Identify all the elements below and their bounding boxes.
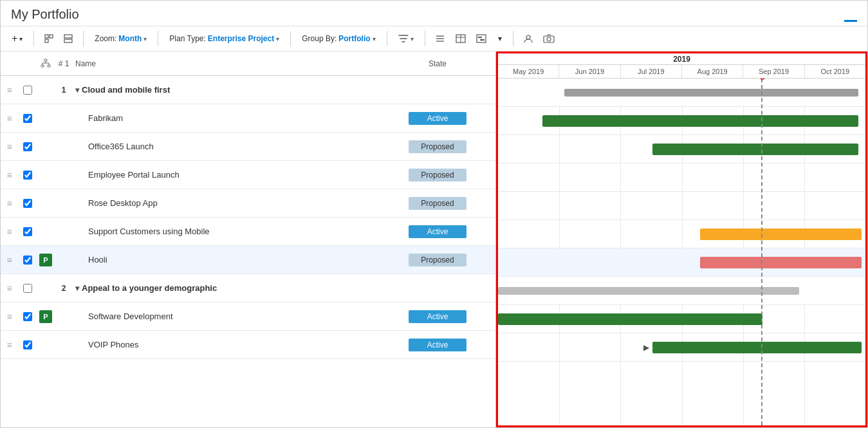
expand-button[interactable]: [41, 30, 57, 47]
status-badge: Proposed: [409, 197, 466, 210]
gantt-row: [498, 192, 865, 220]
left-panel: # 1 Name State ≡1▾Cloud and mobile first…: [1, 51, 496, 427]
row-checkbox[interactable]: [19, 340, 37, 349]
gantt-body: ▶: [498, 79, 865, 425]
gantt-month-cell: Oct 2019: [805, 65, 865, 78]
table-row[interactable]: ≡Rose Desktop AppProposed: [1, 189, 495, 218]
table-view-button[interactable]: [452, 30, 469, 47]
row-state: Proposed: [380, 254, 495, 266]
status-badge: Proposed: [409, 254, 466, 266]
divider-5: [387, 31, 387, 46]
svg-rect-0: [45, 35, 48, 38]
row-name: Software Development: [73, 312, 380, 321]
drag-handle[interactable]: ≡: [1, 85, 19, 95]
table-row[interactable]: ≡Support Customers using MobileActive: [1, 218, 495, 246]
drag-handle[interactable]: ≡: [1, 227, 19, 237]
drag-handle[interactable]: ≡: [1, 142, 19, 152]
table-row[interactable]: ≡VOIP PhonesActive: [1, 331, 495, 359]
gantt-row: [498, 79, 865, 107]
row-name: Rose Desktop App: [73, 198, 380, 208]
row-state: Active: [380, 339, 495, 351]
camera-button[interactable]: [540, 30, 557, 47]
gantt-bar: [542, 115, 858, 127]
rows-container: ≡1▾Cloud and mobile first≡FabrikamActive…: [1, 76, 495, 427]
gantt-view-arrow[interactable]: ▾: [494, 32, 506, 46]
zoom-button[interactable]: Zoom: Month ▾: [90, 32, 151, 46]
col-state-header: State: [380, 59, 495, 68]
svg-point-16: [547, 37, 551, 41]
table-row[interactable]: ≡PSoftware DevelopmentActive: [1, 302, 495, 331]
gantt-panel: 2019 May 2019Jun 2019Jul 2019Aug 2019Sep…: [496, 51, 867, 427]
hierarchy-icon: [41, 59, 51, 69]
filter-button[interactable]: ▾: [394, 32, 418, 46]
plan-type-button[interactable]: Plan Type: Enterprise Project ▾: [165, 32, 284, 46]
divider-2: [83, 31, 84, 46]
row-checkbox[interactable]: [19, 199, 37, 208]
group-by-label: Group By:: [302, 34, 337, 43]
row-state: Active: [380, 225, 495, 238]
page-title: My Portfolio: [11, 7, 79, 22]
row-checkbox[interactable]: [19, 114, 37, 123]
divider-6: [425, 31, 425, 46]
drag-handle[interactable]: ≡: [1, 255, 19, 265]
gantt-icon: [476, 34, 486, 43]
row-state: Active: [380, 112, 495, 125]
gantt-view-button[interactable]: [473, 30, 490, 47]
divider-1: [33, 31, 34, 46]
drag-handle[interactable]: ≡: [1, 340, 19, 350]
status-badge: Proposed: [409, 169, 466, 181]
title-accent: [844, 20, 857, 22]
list-icon: [435, 34, 445, 43]
gantt-row: [498, 135, 865, 163]
group-by-value: Portfolio: [338, 34, 370, 43]
status-badge: Active: [409, 112, 466, 125]
gantt-row: [498, 305, 865, 333]
drag-handle[interactable]: ≡: [1, 113, 19, 124]
row-checkbox[interactable]: [19, 227, 37, 236]
row-name: ▾Cloud and mobile first: [73, 85, 380, 95]
drag-handle[interactable]: ≡: [1, 198, 19, 209]
drag-handle[interactable]: ≡: [1, 170, 19, 180]
svg-rect-11: [477, 35, 486, 42]
table-row[interactable]: ≡Employee Portal LaunchProposed: [1, 161, 495, 189]
group-by-button[interactable]: Group By: Portfolio ▾: [297, 32, 380, 46]
group-by-arrow: ▾: [373, 35, 376, 42]
col-name-header: Name: [73, 59, 380, 68]
add-dropdown-arrow: ▾: [19, 35, 23, 42]
row-checkbox[interactable]: [19, 171, 37, 180]
gantt-dependency-arrow: ▶: [643, 343, 649, 352]
status-badge: Proposed: [409, 140, 466, 153]
table-row[interactable]: ≡PHooliProposed: [1, 246, 495, 274]
row-name: Employee Portal Launch: [73, 170, 380, 180]
drag-handle[interactable]: ≡: [1, 283, 19, 293]
table-row[interactable]: ≡Office365 LaunchProposed: [1, 133, 495, 161]
row-number: 1: [55, 86, 73, 95]
camera-icon: [543, 34, 555, 43]
divider-7: [513, 31, 513, 46]
gantt-row: [498, 248, 865, 277]
table-row[interactable]: ≡FabrikamActive: [1, 104, 495, 133]
row-checkbox[interactable]: [19, 256, 37, 265]
table-row[interactable]: ≡2▾Appeal to a younger demographic: [1, 274, 495, 302]
row-checkbox[interactable]: [19, 86, 37, 95]
gantt-row: [498, 163, 865, 192]
list-view-button[interactable]: [432, 30, 448, 47]
add-button[interactable]: + ▾: [7, 30, 27, 47]
status-badge: Active: [409, 310, 466, 323]
gantt-header: 2019 May 2019Jun 2019Jul 2019Aug 2019Sep…: [498, 53, 865, 79]
collapse-button[interactable]: [60, 30, 77, 47]
row-number: 2: [55, 284, 73, 293]
table-icon: [456, 34, 466, 43]
row-checkbox[interactable]: [19, 284, 37, 293]
row-name: Support Customers using Mobile: [73, 227, 380, 236]
table-row[interactable]: ≡1▾Cloud and mobile first: [1, 76, 495, 104]
svg-rect-12: [478, 37, 482, 38]
plan-type-arrow: ▾: [276, 35, 279, 42]
drag-handle[interactable]: ≡: [1, 312, 19, 322]
add-icon: +: [12, 33, 17, 44]
chevron-down-icon: ▾: [75, 284, 79, 293]
row-checkbox[interactable]: [19, 142, 37, 151]
row-checkbox[interactable]: [19, 312, 37, 321]
resources-button[interactable]: [520, 30, 537, 47]
column-header: # 1 Name State: [1, 51, 495, 76]
